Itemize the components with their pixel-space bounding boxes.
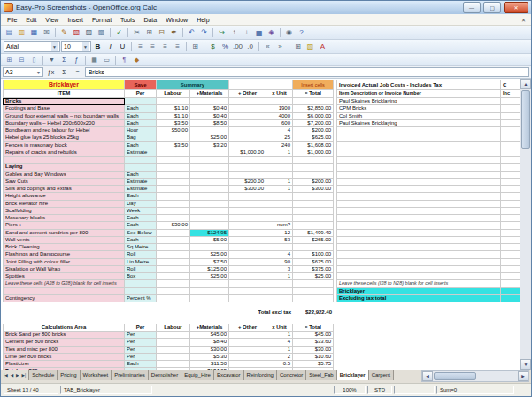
save-button-cell[interactable]: Save xyxy=(125,80,157,90)
cell-unit[interactable] xyxy=(266,157,293,164)
cell-other[interactable] xyxy=(229,368,266,370)
document-email-icon[interactable]: ✉ xyxy=(41,27,52,38)
invoice-cell-desc[interactable]: Paul Skaines Bricklaying xyxy=(336,120,501,127)
cell-item[interactable] xyxy=(3,288,125,295)
cell-per[interactable]: Per xyxy=(125,324,157,332)
invoice-cell-desc[interactable] xyxy=(336,149,501,157)
cell-total[interactable]: $30.00 xyxy=(293,347,334,354)
menu-help[interactable]: Help xyxy=(192,14,213,25)
copy-icon[interactable]: ⊞ xyxy=(143,27,155,38)
sheet-tab-concretor[interactable]: Concretor xyxy=(276,370,306,380)
cell-total[interactable]: $2,850.00 xyxy=(293,105,334,112)
insert-chart-icon[interactable]: ▅ xyxy=(253,27,265,38)
cell-total[interactable] xyxy=(293,280,334,287)
cell-unit[interactable]: 1 xyxy=(266,273,293,280)
cell-unit[interactable]: 1900 xyxy=(266,105,293,112)
cell-materials[interactable] xyxy=(190,280,229,287)
invoice-cell-desc[interactable] xyxy=(336,259,501,266)
cell-item[interactable]: Footings and Base xyxy=(3,105,125,112)
cell-labour[interactable] xyxy=(157,339,190,346)
cell-per[interactable]: Percent % xyxy=(125,295,157,302)
cell-labour[interactable] xyxy=(157,347,190,354)
cell-total[interactable] xyxy=(293,98,334,105)
cell-unit[interactable]: 1 xyxy=(266,186,293,193)
cell-total[interactable] xyxy=(293,164,334,171)
help-icon[interactable]: ? xyxy=(296,27,307,38)
column-header-other[interactable]: + Other xyxy=(229,90,266,98)
invoice-cell-desc[interactable] xyxy=(336,273,501,280)
cell-labour[interactable] xyxy=(157,361,190,368)
cell-materials[interactable]: $8.50 xyxy=(190,120,229,127)
cell-other[interactable] xyxy=(229,105,266,112)
cell-per[interactable]: Estimate xyxy=(125,186,157,193)
cell-materials[interactable] xyxy=(190,179,229,186)
align-justify-icon[interactable]: ≡ xyxy=(172,42,183,52)
sheet-tab-bricklayer[interactable]: Bricklayer xyxy=(336,370,369,380)
invoice-cell-desc[interactable] xyxy=(336,208,501,215)
cell-unit[interactable]: 25 xyxy=(266,134,293,141)
sum-icon[interactable]: Σ xyxy=(58,56,70,65)
cell-total[interactable] xyxy=(293,215,334,222)
font-size-combo[interactable]: 10 ▼ xyxy=(61,41,91,52)
cell-other[interactable] xyxy=(229,295,266,302)
cell-total[interactable]: $5.75 xyxy=(293,361,334,368)
cell-labour[interactable] xyxy=(157,230,190,237)
cell-other[interactable] xyxy=(229,339,266,346)
cell-item[interactable]: Brick elevator hire xyxy=(3,201,125,208)
cell-labour[interactable]: $30.00 xyxy=(157,222,190,229)
cell-materials[interactable] xyxy=(190,157,229,164)
vertical-scrollbar[interactable]: ▲ ▼ xyxy=(520,79,531,370)
paste-icon[interactable]: ⊟ xyxy=(156,27,167,38)
cell-total[interactable]: $200.00 xyxy=(293,179,334,186)
next-sheet-icon[interactable]: ▶ xyxy=(15,373,19,378)
zoom-icon[interactable]: ◉ xyxy=(283,27,295,38)
cell-other[interactable] xyxy=(229,208,266,215)
invoice-cell-desc[interactable] xyxy=(336,251,501,258)
cell-labour[interactable] xyxy=(157,157,190,164)
cell-total[interactable]: $7,200.00 xyxy=(293,120,334,127)
cell-labour[interactable] xyxy=(157,354,190,361)
spellcheck-icon[interactable]: ✓ xyxy=(113,27,125,38)
font-name-dropdown-icon[interactable]: ▼ xyxy=(51,42,58,51)
italic-button[interactable]: I xyxy=(104,42,116,52)
cell-materials[interactable]: $25.00 xyxy=(190,251,229,258)
invoice-cell-desc[interactable] xyxy=(336,201,501,208)
prev-sheet-icon[interactable]: ◀ xyxy=(10,373,14,378)
invoice-cell-desc[interactable]: CPM Bricks xyxy=(336,105,501,112)
first-sheet-icon[interactable]: |◀ xyxy=(3,373,9,378)
cell-item[interactable]: Masonary blocks xyxy=(3,215,125,222)
insert-cells-icon[interactable]: ⊞ xyxy=(4,56,15,65)
currency-format-icon[interactable]: $ xyxy=(207,42,219,52)
cell-materials[interactable] xyxy=(190,149,229,157)
cell-labour[interactable] xyxy=(157,368,190,370)
cell-item[interactable]: Total per 800 xyxy=(3,368,125,370)
sheet-tab-worksheet[interactable]: Worksheet xyxy=(80,370,112,380)
invoice-cell-desc[interactable] xyxy=(336,127,501,134)
sum-button[interactable]: Σ xyxy=(58,67,70,77)
invoice-cell-desc[interactable]: Bricklayer xyxy=(336,288,501,295)
cell-materials[interactable]: $8.40 xyxy=(190,339,229,346)
cell-materials[interactable] xyxy=(190,208,229,215)
minimize-button[interactable]: — xyxy=(463,2,481,13)
invoice-cell-desc[interactable] xyxy=(336,266,501,273)
cell-per[interactable]: Each xyxy=(125,237,157,244)
cell-unit[interactable]: x Unit xyxy=(266,324,293,332)
header-empty-cell[interactable] xyxy=(229,80,293,90)
status-sum[interactable]: Sum=0 xyxy=(436,386,514,394)
cell-labour[interactable] xyxy=(157,259,190,266)
cell-materials[interactable] xyxy=(190,98,229,105)
cell-item[interactable]: Flashings and Dampcourse xyxy=(3,251,125,258)
cell-item[interactable]: Leave these cells (A28 to G28) blank for… xyxy=(3,280,125,287)
cell-unit[interactable]: 3 xyxy=(266,266,293,273)
save-icon[interactable]: ▦ xyxy=(28,27,40,38)
cell-unit[interactable]: 0.5 xyxy=(266,361,293,368)
freeze-panes-icon[interactable]: ▦ xyxy=(89,56,100,65)
cell-item[interactable]: Bondbeam and reo labour for Hebel xyxy=(3,127,125,134)
cell-materials[interactable] xyxy=(190,127,229,134)
cell-item[interactable]: Fences in masonary block xyxy=(3,142,125,149)
empty-region[interactable] xyxy=(3,302,334,309)
invoice-cell-desc[interactable] xyxy=(336,179,501,186)
cell-other[interactable] xyxy=(229,134,266,141)
cell-materials[interactable] xyxy=(190,222,229,229)
invoice-cell-desc[interactable] xyxy=(336,164,501,171)
